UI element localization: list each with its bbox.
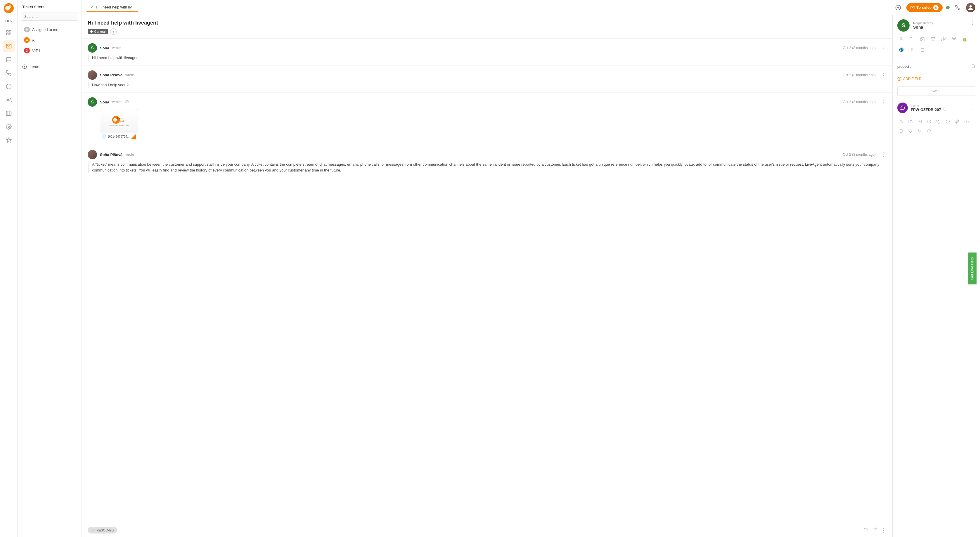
conversation-panel: ‹ Hi I need help with liveagent General … [82, 15, 892, 537]
trash-icon[interactable] [918, 46, 926, 54]
requester-avatar: S [897, 19, 910, 32]
ticket-email-icon[interactable] [916, 118, 924, 126]
email-contact-icon[interactable] [929, 35, 937, 43]
create-filter-button[interactable]: create [18, 62, 81, 71]
add-button[interactable] [894, 3, 903, 12]
message-avatar [88, 150, 97, 159]
ticket-attachment-icon[interactable] [953, 118, 961, 126]
filter-divider [21, 59, 78, 59]
transfer-icon[interactable] [872, 527, 877, 534]
copy-id-button[interactable] [943, 108, 947, 112]
eye-icon [125, 100, 129, 105]
ticket-action-icons [897, 115, 975, 137]
ticket-folder-icon[interactable] [907, 118, 914, 126]
sidebar-item-phone[interactable] [3, 67, 14, 79]
message-time: Oct 2 (3 months ago) [843, 46, 876, 50]
get-live-help-button[interactable]: Get Live Help [968, 253, 977, 284]
sidebar-item-knowledge[interactable] [3, 108, 14, 119]
svg-rect-3 [6, 31, 8, 32]
ticket-clock-icon[interactable] [925, 118, 933, 126]
sidebar-item-dashboard[interactable] [3, 27, 14, 38]
all-label: All [32, 38, 36, 42]
ticket-cloud-icon[interactable] [963, 118, 970, 126]
ticket-profile-icon[interactable] [897, 118, 905, 126]
save-button[interactable]: SAVE [897, 86, 975, 96]
message-avatar: S [88, 97, 97, 106]
right-panel-top: S Requested by Sona ⋮ [892, 15, 980, 62]
ticket-delete-icon[interactable] [897, 127, 905, 135]
user-avatar[interactable] [966, 3, 975, 12]
sidebar-item-reports[interactable] [3, 81, 14, 92]
solve-button[interactable]: To solve 6 [906, 3, 943, 12]
sidebar-item-contacts[interactable] [3, 94, 14, 106]
sidebar-item-settings[interactable] [3, 121, 14, 133]
wordpress-icon[interactable] [897, 46, 905, 54]
ticket-more-button[interactable]: ⋮ [970, 105, 975, 111]
link-icon[interactable] [939, 35, 948, 43]
filter-vip1[interactable]: 3 VIP1 [19, 45, 80, 56]
delete-field-button[interactable] [971, 64, 975, 69]
top-header: Hi I need help with liv... To solve 6 [82, 0, 980, 15]
tag-general[interactable]: General [88, 29, 108, 34]
sidebar-item-chat[interactable] [3, 54, 14, 65]
message-more-button[interactable]: ⋮ [881, 72, 886, 78]
image-icon[interactable] [918, 35, 926, 43]
svg-line-33 [954, 38, 955, 39]
profile-icon[interactable] [897, 35, 905, 43]
message-body: How can I help yoou? [88, 82, 886, 88]
message-header: S Sona wrote Oct 2 (3 months ago) ⋮ [88, 97, 886, 106]
file-icon: 📄 [102, 134, 107, 138]
filter-assigned-to-me[interactable]: 0 Assigned to me [19, 24, 80, 35]
add-field-button[interactable]: ADD FIELD [892, 75, 980, 83]
ticket-label: Ticket [911, 104, 967, 108]
message-time: Oct 2 (3 months ago) [843, 73, 876, 77]
message-more-button[interactable]: ⋮ [881, 151, 886, 158]
message-avatar [88, 70, 97, 80]
ticket-reopen-icon[interactable] [935, 118, 942, 126]
sidebar-item-plugins[interactable] [3, 134, 14, 146]
ticket-tag-icon[interactable] [907, 127, 914, 135]
more-options-button[interactable]: ⋮ [970, 19, 975, 26]
sidebar-item-email[interactable] [3, 40, 14, 52]
message-more-button[interactable]: ⋮ [881, 99, 886, 105]
shopify-icon[interactable] [961, 35, 969, 43]
svg-rect-5 [6, 33, 8, 35]
folder-icon[interactable] [908, 35, 916, 43]
conversation-footer: RESOLVED ⋮ [82, 523, 892, 537]
svg-point-31 [955, 38, 956, 38]
message-wrote: wrote [112, 100, 121, 104]
svg-point-39 [900, 120, 902, 122]
create-label: create [29, 65, 39, 69]
filter-all[interactable]: 4 All [19, 35, 80, 45]
active-tab[interactable]: Hi I need help with liv... [86, 3, 138, 12]
merge-icon[interactable] [950, 35, 958, 43]
attachment-container: Live Agent Multi-channel helpdesk 📄 1601… [100, 109, 886, 140]
add-tag-button[interactable]: + [110, 29, 116, 35]
attachment-preview[interactable]: Live Agent Multi-channel helpdesk 📄 1601… [100, 109, 138, 140]
message-wrote: wrote [112, 46, 121, 50]
ticket-info-section: Ticket FPW-GZFDB-207 ⋮ [892, 99, 980, 141]
reply-icon[interactable] [864, 527, 869, 534]
svg-rect-6 [9, 33, 11, 35]
svg-point-8 [6, 84, 11, 89]
vip1-label: VIP1 [32, 49, 40, 53]
message-author: Sona [100, 100, 109, 104]
message-more-button[interactable]: ⋮ [881, 45, 886, 51]
ticket-id-value: FPW-GZFDB-207 [911, 108, 967, 112]
svg-point-26 [900, 37, 902, 39]
tag-label: General [94, 30, 105, 33]
phone-button[interactable] [953, 3, 963, 12]
requester-info: Requested by Sona [913, 21, 933, 30]
logo[interactable] [3, 3, 14, 13]
message-wrote: wrote [125, 153, 134, 157]
message-time: Oct 2 (3 months ago) [843, 100, 876, 104]
conversation-tags: General + [88, 29, 886, 35]
progress-label: 80% [5, 19, 12, 23]
ticket-download-icon[interactable] [925, 127, 933, 135]
more-options-icon[interactable]: ⋮ [881, 527, 886, 534]
ticket-help-icon[interactable] [944, 118, 952, 126]
person-p-icon[interactable]: P [908, 46, 916, 54]
ticket-forward-icon[interactable] [916, 127, 924, 135]
filters-search-input[interactable] [21, 13, 78, 21]
attachment-name: 160146478734... [108, 135, 130, 138]
